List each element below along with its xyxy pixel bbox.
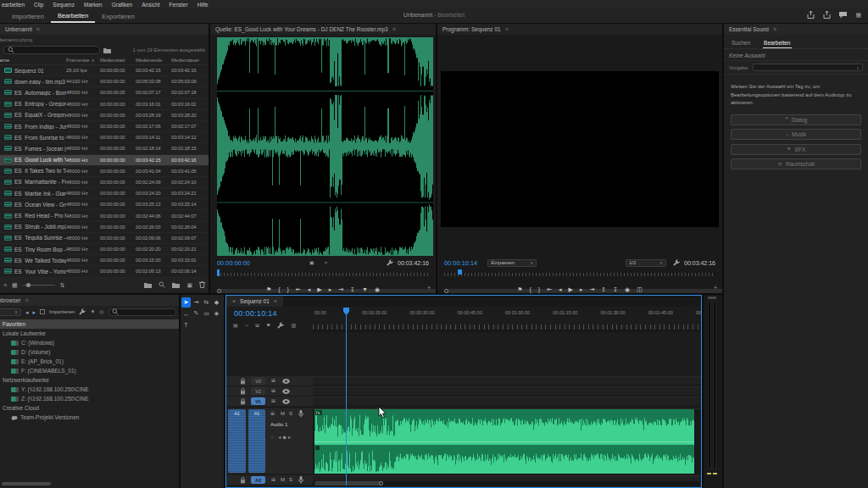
preview-icon[interactable]: ◎ <box>99 309 103 314</box>
filter-icon[interactable]: ▼ <box>90 309 95 314</box>
panel-menu-icon[interactable]: ≡ <box>392 26 396 32</box>
source-waveform[interactable] <box>217 37 433 256</box>
ES_We Talked Today - Justn[interactable]: ES_We Talked Today - Justn 48000 Hz 00:0… <box>0 255 209 266</box>
track-target-a1[interactable]: A1 <box>248 409 265 473</box>
v3-lane[interactable] <box>313 376 701 385</box>
tree-item[interactable]: Lokale Laufwerke <box>0 329 179 338</box>
new-item-button[interactable]: ▣ <box>186 282 192 288</box>
ES_Automagic - Bonkers Be[interactable]: ES_Automagic - Bonkers Be 48000 Hz 00:00… <box>0 87 209 98</box>
menu-item[interactable]: earbeiten <box>0 2 25 8</box>
playback-resolution-dropdown[interactable]: 1/2∨ <box>626 259 666 267</box>
mute-button[interactable]: M <box>281 411 285 416</box>
fit-dropdown[interactable]: Einpassen∨ <box>487 259 537 267</box>
timeline-tab[interactable]: Sequenz 01 <box>240 298 270 304</box>
menu-item[interactable]: Clip <box>31 2 43 8</box>
tree-item[interactable]: F: (CINEMABELS_01) <box>0 366 179 375</box>
tag-sfx-button[interactable]: ✦ SFX <box>731 144 861 155</box>
quick-export-icon[interactable] <box>823 11 831 19</box>
mute-button[interactable]: M <box>281 477 285 482</box>
ES_Marble Ink - Giants' Nes[interactable]: ES_Marble Ink - Giants' Nes 48000 Hz 00:… <box>0 188 209 199</box>
project-panel-tab[interactable]: Unbenannt <box>5 26 32 32</box>
delete-button[interactable] <box>199 281 205 288</box>
menu-item[interactable]: Ansicht <box>139 2 159 8</box>
tag-musik-button[interactable]: ♪ Musik <box>731 129 861 140</box>
step-forward-button[interactable]: ▸ <box>580 286 583 292</box>
ES_Good Luck with Your Dr[interactable]: ES_Good Luck with Your Dr 48000 Hz 00:00… <box>0 155 209 166</box>
tree-item[interactable]: D: (Volume) <box>0 347 179 357</box>
source-playhead[interactable] <box>217 269 220 276</box>
source-timecode[interactable]: 00:00:00:00 <box>217 260 250 266</box>
add-marker-button[interactable]: ⚑ <box>266 286 271 292</box>
import-checkbox[interactable] <box>40 309 45 314</box>
rectangle-tool[interactable]: ▭ <box>202 308 211 319</box>
solo-button[interactable]: S <box>289 477 292 482</box>
overwrite-button[interactable]: ▼ <box>362 286 368 292</box>
panel-menu-icon[interactable]: ≡ <box>505 26 509 32</box>
go-to-out-button[interactable]: ⇥ <box>338 286 343 292</box>
step-back-button[interactable]: ◂ <box>559 286 562 292</box>
ES_Your Vibe - Yomoti.mp3[interactable]: ES_Your Vibe - Yomoti.mp3 48000 Hz 00:00… <box>0 266 209 277</box>
captions-icon[interactable]: ▥ <box>291 323 296 328</box>
essential-sound-title[interactable]: Essential Sound <box>729 26 769 32</box>
back-icon[interactable]: ◂ <box>25 309 29 315</box>
comparison-view-button[interactable]: ◫ <box>637 286 643 292</box>
menu-item[interactable]: Marken <box>81 2 103 8</box>
playhead-line[interactable] <box>346 314 347 485</box>
ES_Tiny Room Bop - [ocean[interactable]: ES_Tiny Room Bop - [ocean 48000 Hz 00:00… <box>0 244 209 255</box>
go-to-out-button[interactable]: ⇥ <box>589 286 594 292</box>
media-search-input[interactable] <box>108 308 176 316</box>
workspace-tab[interactable]: Exportieren <box>95 10 141 22</box>
tree-item[interactable]: Creative Cloud <box>0 403 179 413</box>
type-tool[interactable]: T <box>181 319 191 330</box>
step-forward-button[interactable]: ▸ <box>329 286 332 292</box>
ES_Tequila Sunrise - Guusta[interactable]: ES_Tequila Sunrise - Guusta 48000 Hz 00:… <box>0 233 209 244</box>
menu-item[interactable]: Sequenz <box>50 2 75 8</box>
media-browser-tab[interactable]: Medienbrowser <box>0 297 20 303</box>
sort-icon[interactable]: ⇅ <box>60 282 65 288</box>
panel-menu-icon[interactable]: ≡ <box>773 26 776 32</box>
slip-tool[interactable]: ↔ <box>181 308 191 319</box>
keyframe-controls[interactable]: ○ ◂◆▸ <box>270 434 292 440</box>
program-timecode[interactable]: 00:00:10:14 <box>444 260 477 266</box>
ES_Red Head - Pro Reese.m[interactable]: ES_Red Head - Pro Reese.m 48000 Hz 00:00… <box>0 210 209 221</box>
solo-button[interactable]: S <box>289 411 292 416</box>
extract-button[interactable]: ↧ <box>613 286 618 292</box>
ripple-edit-tool[interactable]: ⇆ <box>202 297 211 308</box>
play-button[interactable]: ▶ <box>317 286 321 292</box>
track-select-forward-tool[interactable]: ⇥ <box>192 297 201 308</box>
program-monitor-title[interactable]: Programm: Sequenz 01 <box>442 26 501 32</box>
ES_EqualX - Gregory David[interactable]: ES_EqualX - Gregory David 48000 Hz 00:00… <box>0 110 209 121</box>
path-dropdown[interactable]: ∨ <box>0 308 21 316</box>
automate-to-sequence-button[interactable] <box>144 282 152 288</box>
tag-raumschall-button[interactable]: ≋ Raumschall <box>731 158 861 169</box>
linked-selection-icon[interactable]: ⊞ <box>255 323 259 328</box>
snap-icon[interactable]: ∩ <box>245 323 248 328</box>
settings-wrench-icon[interactable] <box>387 259 393 266</box>
drag-audio-icon[interactable]: ≈ <box>325 260 327 265</box>
program-video-frame[interactable] <box>441 71 719 227</box>
voiceover-record-icon[interactable] <box>298 410 303 418</box>
panel-menu-icon[interactable]: ≡ <box>25 297 28 303</box>
razor-tool[interactable]: ◆ <box>212 297 221 308</box>
menu-item[interactable]: Fenster <box>167 2 188 8</box>
ES_Entropy - Gregory David[interactable]: ES_Entropy - Gregory David 48000 Hz 00:0… <box>0 99 209 110</box>
pen-tool[interactable]: ✎ <box>192 308 201 319</box>
share-icon[interactable] <box>807 11 815 19</box>
play-button[interactable]: ▶ <box>569 286 573 292</box>
workspace-tab[interactable]: Bearbeiten <box>51 9 95 23</box>
horizontal-scrollbar[interactable] <box>2 482 51 485</box>
button-editor-icon[interactable]: + <box>714 285 717 291</box>
source-monitor-title[interactable]: Quelle: ES_Good Luck with Your Dreams - … <box>215 26 388 32</box>
voiceover-record-icon[interactable] <box>298 476 303 484</box>
hand-tool[interactable]: ◈ <box>212 308 221 319</box>
add-marker-icon[interactable]: ⚑ <box>266 323 270 328</box>
ES_Manhattanite - Frook.m[interactable]: ES_Manhattanite - Frook.m 48000 Hz 00:00… <box>0 177 209 188</box>
close-tab-icon[interactable]: × <box>232 298 236 304</box>
tree-item[interactable]: C: (Windows) <box>0 338 179 347</box>
v1-lane[interactable] <box>313 396 701 406</box>
down easy - tim.mp3[interactable]: down easy - tim.mp3 44100 Hz 00:00:00:00… <box>0 76 209 87</box>
tag-dialog-button[interactable]: ❝ Dialog <box>731 114 861 125</box>
selection-tool[interactable]: ➤ <box>181 297 191 308</box>
go-to-in-button[interactable]: ⇤ <box>547 286 552 292</box>
timeline-timecode[interactable]: 00:00:10:14 <box>234 309 277 318</box>
